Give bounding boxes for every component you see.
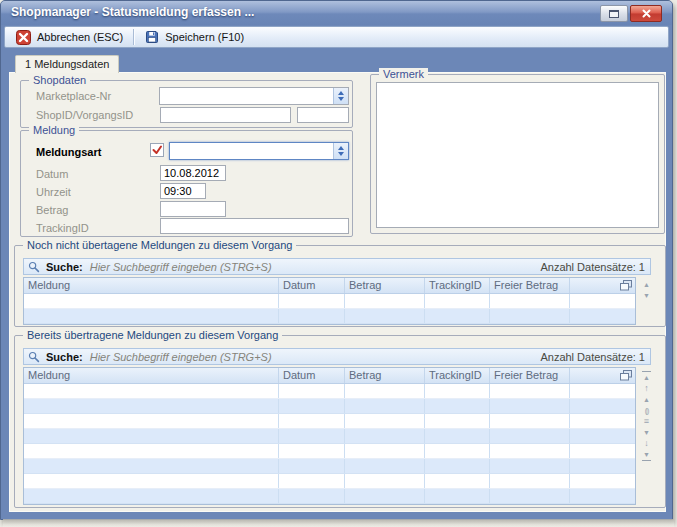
column-chooser-icon	[620, 370, 632, 381]
marketplace-combo[interactable]	[159, 87, 349, 105]
column-header-freier-betrag[interactable]: Freier Betrag	[490, 368, 570, 383]
restore-icon	[609, 10, 619, 18]
search-label: Suche:	[46, 261, 83, 273]
pending-grid-header: Meldung Datum Betrag TrackingID Freier B…	[24, 278, 635, 294]
combo-arrows-icon[interactable]	[333, 88, 348, 104]
table-cell	[425, 474, 490, 488]
previous-row-icon[interactable]	[640, 394, 653, 405]
column-header-betrag[interactable]: Betrag	[345, 368, 425, 383]
column-chooser-button[interactable]	[570, 368, 635, 383]
table-cell	[425, 384, 490, 398]
window-title: Shopmanager - Statusmeldung erfassen ...	[11, 5, 254, 19]
next-row-icon[interactable]	[640, 427, 653, 438]
datum-input[interactable]: 10.08.2012	[160, 165, 226, 181]
scroll-down-icon[interactable]	[640, 290, 653, 301]
trackingid-input[interactable]	[160, 218, 349, 234]
record-count: Anzahl Datensätze: 1	[540, 261, 645, 273]
shopid-input[interactable]	[160, 107, 291, 123]
pending-search-bar[interactable]: Suche: Hier Suchbegriff eingeben (STRG+S…	[23, 258, 651, 275]
table-row[interactable]	[24, 489, 635, 504]
table-cell	[345, 429, 425, 443]
meldungsart-combo[interactable]	[169, 142, 349, 160]
save-button[interactable]: Speichern (F10)	[138, 28, 251, 46]
move-down-icon[interactable]	[640, 438, 653, 449]
table-cell	[345, 489, 425, 503]
table-cell	[24, 414, 279, 428]
rows-indicator-icon[interactable]	[640, 416, 653, 427]
search-placeholder: Hier Suchbegriff eingeben (STRG+S)	[90, 261, 272, 273]
table-cell	[279, 444, 345, 458]
table-row[interactable]	[24, 414, 635, 429]
table-cell	[570, 459, 635, 473]
table-cell	[425, 489, 490, 503]
group-transferred-title: Bereits übertragene Meldungen zu diesem …	[23, 329, 282, 342]
table-cell	[490, 429, 570, 443]
column-header-trackingid[interactable]: TrackingID	[425, 368, 490, 383]
scroll-bottom-icon[interactable]	[642, 449, 651, 461]
tab-meldungsdaten[interactable]: 1 Meldungsdaten	[15, 55, 119, 73]
vorgangsid-input[interactable]	[297, 107, 349, 123]
trackingid-label: TrackingID	[36, 222, 89, 234]
table-cell	[279, 474, 345, 488]
toolbar: Abbrechen (ESC) Speichern (F10)	[4, 26, 669, 48]
table-cell	[490, 294, 570, 308]
column-header-freier-betrag[interactable]: Freier Betrag	[490, 278, 570, 293]
close-button[interactable]	[630, 5, 662, 22]
table-cell	[425, 399, 490, 413]
column-header-betrag[interactable]: Betrag	[345, 278, 425, 293]
table-cell	[570, 399, 635, 413]
window: Shopmanager - Statusmeldung erfassen ...…	[0, 0, 673, 520]
tab-label: 1 Meldungsdaten	[25, 58, 109, 70]
table-cell	[279, 459, 345, 473]
column-header-meldung[interactable]: Meldung	[24, 278, 279, 293]
transferred-grid-header: Meldung Datum Betrag TrackingID Freier B…	[24, 368, 635, 384]
meldungsart-label: Meldungsart	[36, 146, 101, 158]
table-cell	[490, 444, 570, 458]
table-row[interactable]	[24, 399, 635, 414]
table-row[interactable]	[24, 294, 635, 309]
column-header-datum[interactable]: Datum	[279, 368, 345, 383]
group-pending-title: Noch nicht übertagene Meldungen zu diese…	[23, 239, 296, 252]
group-vermerk-title: Vermerk	[379, 68, 428, 81]
shopid-label: ShopID/VorgangsID	[36, 109, 133, 121]
column-chooser-button[interactable]	[570, 278, 635, 293]
table-cell	[425, 429, 490, 443]
uhrzeit-input[interactable]: 09:30	[160, 183, 206, 199]
scroll-top-icon[interactable]	[642, 371, 651, 383]
scroll-up-icon[interactable]	[640, 279, 653, 290]
group-shopdaten: Shopdaten Marketplace-Nr ShopID/Vorgangs…	[20, 80, 353, 128]
column-header-trackingid[interactable]: TrackingID	[425, 278, 490, 293]
titlebar[interactable]: Shopmanager - Statusmeldung erfassen ...	[1, 1, 672, 25]
restore-button[interactable]	[600, 5, 628, 22]
table-cell	[570, 489, 635, 503]
table-row[interactable]	[24, 459, 635, 474]
vermerk-textarea[interactable]	[376, 82, 659, 228]
combo-arrows-icon[interactable]	[333, 143, 348, 159]
table-row[interactable]	[24, 384, 635, 399]
table-row[interactable]	[24, 444, 635, 459]
table-row[interactable]	[24, 429, 635, 444]
column-header-meldung[interactable]: Meldung	[24, 368, 279, 383]
table-cell	[425, 459, 490, 473]
table-row[interactable]	[24, 309, 635, 324]
table-cell	[490, 474, 570, 488]
table-cell	[425, 414, 490, 428]
table-cell	[345, 384, 425, 398]
table-cell	[24, 429, 279, 443]
table-row[interactable]	[24, 474, 635, 489]
table-cell	[425, 309, 490, 323]
table-cell	[24, 459, 279, 473]
transferred-search-bar[interactable]: Suche: Hier Suchbegriff eingeben (STRG+S…	[23, 348, 651, 365]
current-position-icon[interactable]	[640, 405, 653, 416]
cancel-button[interactable]: Abbrechen (ESC)	[9, 28, 130, 47]
table-cell	[345, 444, 425, 458]
column-chooser-icon	[620, 280, 632, 291]
group-pending-meldungen: Noch nicht übertagene Meldungen zu diese…	[14, 245, 666, 327]
move-up-icon[interactable]	[640, 383, 653, 394]
pending-scrollbar[interactable]	[640, 279, 653, 301]
table-cell	[279, 384, 345, 398]
table-cell	[279, 294, 345, 308]
betrag-input[interactable]	[160, 201, 226, 217]
column-header-datum[interactable]: Datum	[279, 278, 345, 293]
table-cell	[345, 474, 425, 488]
